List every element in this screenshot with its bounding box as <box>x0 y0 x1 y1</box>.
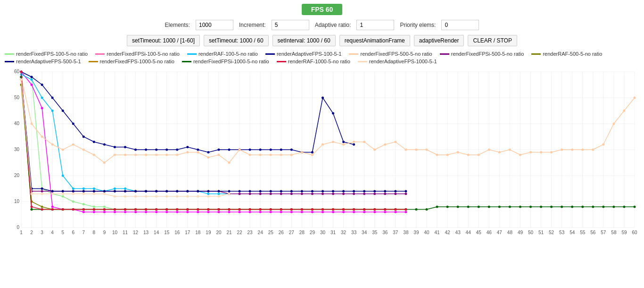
legend-label: renderFixedFPSi-100-5-no ratio <box>107 51 180 57</box>
btn-raf[interactable]: requestAnimationFrame <box>339 35 410 46</box>
priority-elems-input[interactable] <box>441 20 479 30</box>
legend-item: renderFixedFPSi-500-5-no ratio <box>440 51 524 57</box>
legend-label: renderRAF-500-5-no ratio <box>543 51 602 57</box>
btn-settimeout-2[interactable]: setTimeout: 1000 / 60 <box>204 35 269 46</box>
legend-item: renderAdaptiveFPS-500-5-1 <box>5 59 81 64</box>
controls-row: Elements: Increment: Adaptive ratio: Pri… <box>0 17 644 33</box>
legend-item: renderRAF-100-5-no ratio <box>187 51 258 57</box>
legend-item: renderRAF-500-5-no ratio <box>531 51 602 57</box>
legend-item: renderFixedFPSi-1000-5-no ratio <box>182 59 269 64</box>
legend-color-swatch <box>5 53 14 55</box>
fps-badge: FPS 60 <box>302 4 343 15</box>
legend-label: renderRAF-1000-5-no ratio <box>288 59 350 64</box>
legend-item: renderAdaptiveFPS-100-5-1 <box>265 51 342 57</box>
elements-label: Elements: <box>165 22 190 28</box>
legend-color-swatch <box>358 61 367 62</box>
btn-clear[interactable]: CLEAR / STOP <box>468 35 517 46</box>
legend-label: renderFixedFPSi-500-5-no ratio <box>451 51 524 57</box>
legend-label: renderRAF-100-5-no ratio <box>198 51 258 57</box>
btn-settimeout-1[interactable]: setTimeout: 1000 / [1-60] <box>127 35 200 46</box>
legend-item: renderAdaptiveFPS-1000-5-1 <box>358 59 437 64</box>
legend-color-swatch <box>531 53 541 55</box>
legend: renderFixedFPS-100-5-no ratiorenderFixed… <box>0 48 644 67</box>
legend-item: renderFixedFPS-100-5-no ratio <box>5 51 88 57</box>
legend-color-swatch <box>182 61 191 62</box>
legend-label: renderAdaptiveFPS-100-5-1 <box>277 51 342 57</box>
increment-label: Increment: <box>239 22 266 28</box>
legend-label: renderFixedFPS-1000-5-no ratio <box>100 59 174 64</box>
legend-label: renderFixedFPSi-1000-5-no ratio <box>193 59 269 64</box>
legend-label: renderFixedFPS-100-5-no ratio <box>16 51 88 57</box>
legend-label: renderFixedFPS-500-5-no ratio <box>360 51 432 57</box>
legend-color-swatch <box>265 53 275 55</box>
btn-setinterval[interactable]: setInterval: 1000 / 60 <box>272 35 336 46</box>
legend-item: renderFixedFPS-500-5-no ratio <box>349 51 432 57</box>
btn-adaptive[interactable]: adaptiveRender <box>414 35 464 46</box>
increment-input[interactable] <box>272 20 309 30</box>
legend-color-swatch <box>89 61 98 62</box>
legend-item: renderFixedFPSi-100-5-no ratio <box>95 51 180 57</box>
legend-color-swatch <box>95 53 105 55</box>
legend-color-swatch <box>349 53 358 55</box>
legend-color-swatch <box>5 61 14 62</box>
legend-label: renderAdaptiveFPS-1000-5-1 <box>369 59 437 64</box>
adaptive-ratio-input[interactable] <box>356 20 394 30</box>
legend-color-swatch <box>187 53 197 55</box>
elements-input[interactable] <box>196 20 233 30</box>
legend-item: renderFixedFPS-1000-5-no ratio <box>89 59 174 64</box>
legend-color-swatch <box>440 53 449 55</box>
legend-item: renderRAF-1000-5-no ratio <box>277 59 350 64</box>
legend-label: renderAdaptiveFPS-500-5-1 <box>16 59 81 64</box>
legend-color-swatch <box>277 61 286 62</box>
priority-elems-label: Priority elems: <box>400 22 436 28</box>
fps-badge-container: FPS 60 <box>0 0 644 17</box>
adaptive-ratio-label: Adaptive ratio: <box>315 22 351 28</box>
buttons-row: setTimeout: 1000 / [1-60]setTimeout: 100… <box>0 33 644 48</box>
